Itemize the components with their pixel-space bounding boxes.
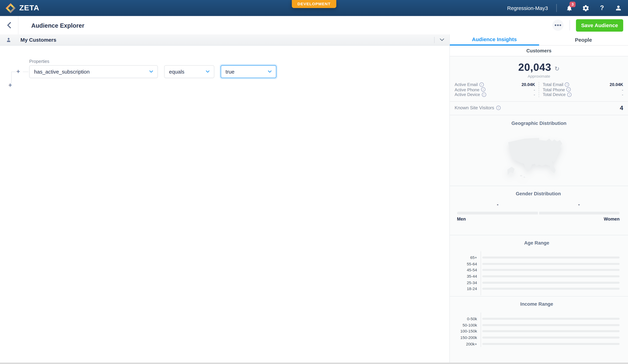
person-bust-icon [6,37,11,43]
stat-label: Active Phone [455,87,479,92]
count-qualifier: Approximate [450,74,628,78]
age-label: 18-24 [454,287,480,291]
age-bar-row: 65+ [454,254,620,261]
income-bar-row: 150-200k [454,334,620,341]
age-label: 25-34 [454,280,480,285]
more-options-button[interactable] [552,20,563,31]
refresh-icon[interactable]: ↻ [554,65,560,72]
income-bar [482,330,620,332]
horizontal-scrollbar[interactable] [0,363,628,364]
stat-row: Active Phonei - [455,87,535,92]
info-icon[interactable]: i [481,87,485,92]
women-value: - [538,201,620,207]
audience-source-row[interactable]: My Customers [0,34,449,46]
geographic-distribution-section: Geographic Distribution [450,115,628,185]
stat-value: - [622,92,623,97]
women-label: Women [604,216,620,221]
age-bar [482,288,620,290]
income-bar [482,324,620,326]
notifications-button[interactable]: 3 [565,4,573,12]
chevron-down-icon [149,70,153,73]
help-button[interactable]: ? [598,4,606,12]
settings-button[interactable] [582,4,590,12]
gender-distribution-title: Gender Distribution [457,191,620,196]
page-header: Audience Explorer Save Audience [0,16,628,34]
add-condition-group-button[interactable]: + [8,82,12,88]
gear-icon [582,4,589,12]
age-bar-row: 45-54 [454,267,620,273]
notification-count-badge: 3 [570,1,576,7]
tab-people[interactable]: People [539,34,628,46]
stat-row: Active Devicei - [455,92,535,97]
income-bar-row: 50-100k [454,322,620,328]
tree-connector-horizontal [23,72,28,72]
income-label: 100-150k [454,329,480,334]
stat-row: Total Emaili 20.04K [543,82,623,87]
info-icon[interactable]: i [565,82,569,87]
collapse-chevron[interactable] [440,38,444,41]
tab-audience-insights[interactable]: Audience Insights [450,34,539,46]
condition-builder: Properties + + has_active_subscription e… [0,46,449,364]
gender-bars [457,211,620,214]
page-title: Audience Explorer [31,22,84,29]
zeta-logo[interactable]: ZETA [6,3,39,13]
age-bar-row: 25-34 [454,279,620,286]
top-navbar: ZETA DEVELOPMENT Regression-May3 3 ? [0,0,628,16]
operator-select[interactable]: equals [164,65,214,78]
profile-button[interactable] [614,4,622,12]
income-bar [482,318,620,320]
account-name[interactable]: Regression-May3 [507,5,548,11]
stat-label: Total Phone [543,87,565,92]
info-icon[interactable]: i [566,87,571,92]
stat-row: Total Devicei - [543,92,623,97]
audience-source-name: My Customers [20,37,57,43]
header-divider [570,20,570,30]
info-icon[interactable]: i [496,106,501,110]
tab-customers[interactable]: Customers [450,46,628,57]
back-button[interactable] [0,16,18,34]
income-label: 150-200k [454,335,480,340]
age-bar-row: 18-24 [454,286,620,292]
info-icon[interactable]: i [567,92,571,97]
income-bar [482,337,620,338]
age-bar-row: 35-44 [454,273,620,279]
age-bar-row: 55-64 [454,261,620,267]
age-bar [482,282,620,283]
info-icon[interactable]: i [479,82,484,87]
stat-value: 20.04K [610,82,623,87]
save-audience-button[interactable]: Save Audience [576,19,623,32]
income-range-section: Income Range 0-50k 50-100k 100-150k 150-… [450,296,628,348]
age-label: 35-44 [454,274,480,279]
age-label: 55-64 [454,261,480,266]
header-actions: Save Audience [552,19,628,32]
ellipsis-icon [555,24,556,26]
zeta-diamond-icon [6,3,16,13]
value-select-value: true [226,69,235,75]
audience-count: 20,043 [518,61,551,73]
navbar-right: Regression-May3 3 ? [507,4,622,12]
stat-value: - [622,87,623,92]
stat-value: 20.04K [522,82,535,87]
geographic-distribution-title: Geographic Distribution [450,120,628,126]
income-label: 200k+ [454,342,480,346]
total-stats-column: Total Emaili 20.04K Total Phonei - Total… [539,82,623,97]
navbar-divider [556,4,557,12]
stat-value: - [534,92,535,97]
income-bar [482,343,620,345]
women-bar [539,211,620,214]
info-icon[interactable]: i [482,92,486,97]
value-select[interactable]: true [221,65,276,78]
content-area: My Customers Properties + + [0,34,628,364]
age-label: 65+ [454,255,480,260]
income-range-chart: 0-50k 50-100k 100-150k 150-200k 200k+ [454,312,620,347]
men-value: - [457,201,539,207]
tree-connector-horizontal [11,72,16,72]
channel-stats: Active Emaili 20.04K Active Phonei - Act… [455,82,623,97]
environment-badge: DEVELOPMENT [292,0,336,8]
add-condition-button[interactable]: + [16,68,20,74]
men-bar [457,211,538,214]
age-label: 45-54 [454,268,480,272]
property-select[interactable]: has_active_subscription [29,65,158,78]
property-select-value: has_active_subscription [34,69,89,75]
stat-value: - [534,87,535,92]
